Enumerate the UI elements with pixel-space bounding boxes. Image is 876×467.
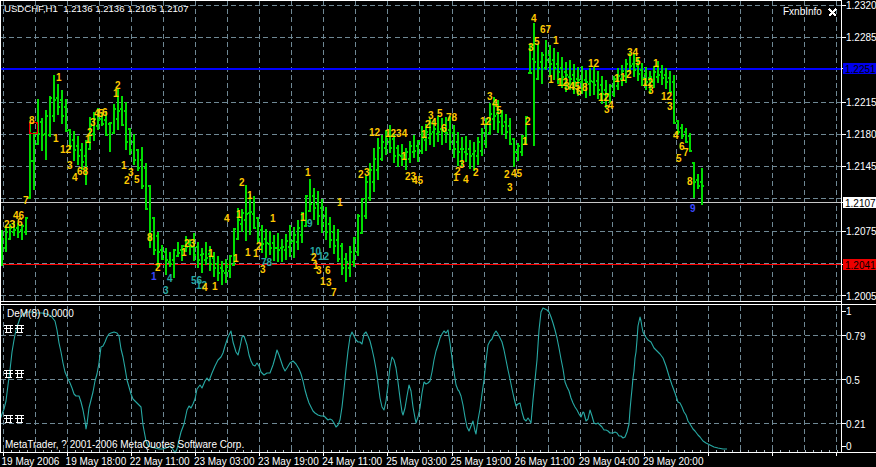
svg-text:12: 12 [369,127,381,138]
svg-text:23 May 19:00: 23 May 19:00 [258,456,319,467]
svg-text:5: 5 [635,56,641,67]
svg-text:2: 2 [473,167,479,178]
svg-text:3: 3 [648,85,654,96]
svg-text:1: 1 [553,35,559,46]
svg-text:1: 1 [270,213,276,224]
svg-text:3: 3 [667,101,673,112]
svg-text:1: 1 [56,72,62,83]
svg-text:1234: 1234 [385,128,408,139]
svg-text:1: 1 [233,253,239,264]
svg-text:2: 2 [239,177,245,188]
svg-text:1: 1 [53,133,59,144]
svg-text:DeM(8) 0.0000: DeM(8) 0.0000 [7,308,74,319]
svg-text:0.5: 0.5 [846,375,860,386]
svg-text:2: 2 [525,116,531,127]
svg-text:0.79: 0.79 [846,331,866,342]
svg-text:7: 7 [331,287,337,298]
svg-text:26 May 11:00: 26 May 11:00 [515,456,575,467]
svg-text:8: 8 [582,82,588,93]
svg-text:22 May 11:00: 22 May 11:00 [130,456,190,467]
svg-text:1: 1 [121,160,127,171]
svg-text:78: 78 [446,112,458,123]
svg-text:24 May 11:00: 24 May 11:00 [322,456,382,467]
svg-text:FxnbInfo: FxnbInfo [783,6,822,17]
svg-text:1: 1 [181,247,187,258]
svg-text:0.21: 0.21 [846,419,866,430]
svg-text:1: 1 [85,134,91,145]
svg-text:3: 3 [67,160,73,171]
svg-text:5: 5 [134,174,140,185]
svg-text:1.2251: 1.2251 [845,64,876,75]
svg-text:12: 12 [60,144,72,155]
svg-text:19 May 18:00: 19 May 18:00 [66,456,127,467]
svg-text:8: 8 [29,115,35,126]
svg-text:5: 5 [676,153,682,164]
svg-text:1: 1 [151,271,157,282]
svg-text:45: 45 [412,175,424,186]
svg-text:6: 6 [17,217,23,228]
svg-text:1.2041: 1.2041 [845,260,876,271]
svg-text:1.2075: 1.2075 [846,226,876,237]
svg-text:4: 4 [167,273,173,284]
svg-text:1: 1 [421,129,427,140]
svg-text:4: 4 [224,213,230,224]
svg-text:3: 3 [507,182,513,193]
svg-text:4: 4 [531,13,537,24]
svg-text:1.2180: 1.2180 [846,129,876,140]
svg-text:3: 3 [364,167,370,178]
svg-text:MetaTrader, ? 2001-2006 MetaQu: MetaTrader, ? 2001-2006 MetaQuotes Softw… [5,439,244,450]
svg-text:4: 4 [202,282,208,293]
svg-text:1: 1 [522,136,528,147]
svg-text:4: 4 [608,100,614,111]
svg-text:USDCHF,H1 1.2136 1.2136 1.210: USDCHF,H1 1.2136 1.2136 1.2105 1.2107 [4,3,189,14]
svg-text:7: 7 [683,147,689,158]
svg-text:1.2215: 1.2215 [846,97,876,108]
svg-text:2: 2 [626,69,632,80]
svg-text:1.2145: 1.2145 [846,161,876,172]
svg-text:12: 12 [588,58,600,69]
svg-text:5: 5 [437,108,443,119]
svg-text:1: 1 [208,248,214,259]
svg-text:1: 1 [247,190,253,201]
svg-text:1: 1 [453,172,459,183]
svg-text:12: 12 [480,116,492,127]
svg-text:7: 7 [23,195,29,206]
svg-text:1: 1 [846,306,852,317]
svg-text:1: 1 [401,151,407,162]
svg-text:2: 2 [115,80,121,91]
svg-text:2: 2 [256,241,262,252]
svg-text:5: 5 [496,105,502,116]
svg-text:25 May 03:00: 25 May 03:00 [386,456,447,467]
svg-text:3: 3 [316,265,322,276]
svg-text:1: 1 [300,212,306,223]
svg-text:6: 6 [441,123,447,134]
svg-text:25 May 19:00: 25 May 19:00 [451,456,512,467]
svg-text:3: 3 [163,285,169,296]
svg-text:45: 45 [511,168,523,179]
svg-text:5: 5 [534,36,540,47]
svg-text:1.2285: 1.2285 [846,32,876,43]
svg-text:1: 1 [653,58,659,69]
svg-text:3: 3 [260,264,266,275]
svg-text:1: 1 [548,74,554,85]
svg-text:6: 6 [325,265,331,276]
svg-text:8: 8 [687,176,693,187]
svg-text:4: 4 [463,174,469,185]
svg-text:29 May 20:00: 29 May 20:00 [643,456,704,467]
svg-text:12: 12 [318,251,330,262]
svg-text:0: 0 [846,441,852,452]
svg-text:19 May 2006: 19 May 2006 [2,456,60,467]
svg-text:8: 8 [147,232,153,243]
svg-text:1: 1 [245,247,251,258]
svg-text:29 May 04:00: 29 May 04:00 [579,456,640,467]
svg-text:1.2005: 1.2005 [846,291,876,302]
svg-text:1: 1 [236,209,242,220]
svg-text:1: 1 [212,281,218,292]
svg-text:2: 2 [504,169,510,180]
svg-text:1: 1 [305,167,311,178]
svg-text:1.2107: 1.2107 [845,198,876,209]
svg-text:6: 6 [102,107,108,118]
svg-text:1.2320: 1.2320 [846,0,876,11]
svg-text:1: 1 [337,197,343,208]
svg-text:4: 4 [673,130,679,141]
